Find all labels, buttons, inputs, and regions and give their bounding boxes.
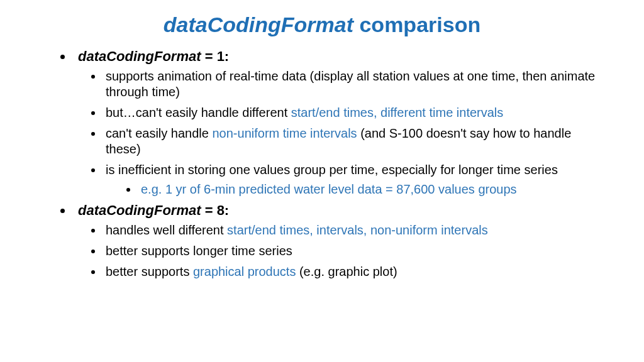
text: supports animation of real-time data (di… [106,69,595,99]
text: can't easily handle [106,126,212,140]
text: handles well different [106,223,227,237]
section-2-list: handles well different start/end times, … [78,222,606,280]
text-blue: non-uniform time intervals [212,126,357,140]
text-blue: start/end times, different time interval… [291,106,504,119]
title-italic: dataCodingFormat [164,13,353,36]
title-rest: comparison [353,13,480,36]
list-item: better supports graphical products (e.g.… [103,264,606,280]
list-item: e.g. 1 yr of 6-min predicted water level… [138,182,606,197]
text: better supports longer time series [106,244,292,258]
text-blue: e.g. 1 yr of 6-min predicted water level… [141,182,517,196]
list-item: but…can't easily handle different start/… [103,105,606,121]
list-item: is inefficient in storing one values gro… [103,162,606,197]
section-2: dataCodingFormat = 8: handles well diffe… [73,202,606,280]
list-item: handles well different start/end times, … [103,222,606,238]
section-2-heading-italic: dataCodingFormat [78,202,201,218]
list-item: can't easily handle non-uniform time int… [103,126,606,157]
list-item: supports animation of real-time data (di… [103,69,606,100]
section-2-heading-rest: = 8: [201,202,230,218]
text: is inefficient in storing one values gro… [106,163,558,177]
section-1-heading-italic: dataCodingFormat [78,48,201,64]
section-1: dataCodingFormat = 1: supports animation… [73,48,606,197]
text: but…can't easily handle different [106,106,291,119]
list-item: better supports longer time series [103,243,606,259]
slide-title: dataCodingFormat comparison [38,13,606,37]
main-list: dataCodingFormat = 1: supports animation… [38,48,606,280]
section-1-heading-rest: = 1: [201,48,230,64]
section-1-list: supports animation of real-time data (di… [78,69,606,197]
text: better supports [106,265,193,278]
text-blue: graphical products [193,265,296,278]
section-1-sublist: e.g. 1 yr of 6-min predicted water level… [106,182,606,197]
text-blue: start/end times, intervals, non-uniform … [227,223,488,237]
text: (e.g. graphic plot) [296,265,397,278]
